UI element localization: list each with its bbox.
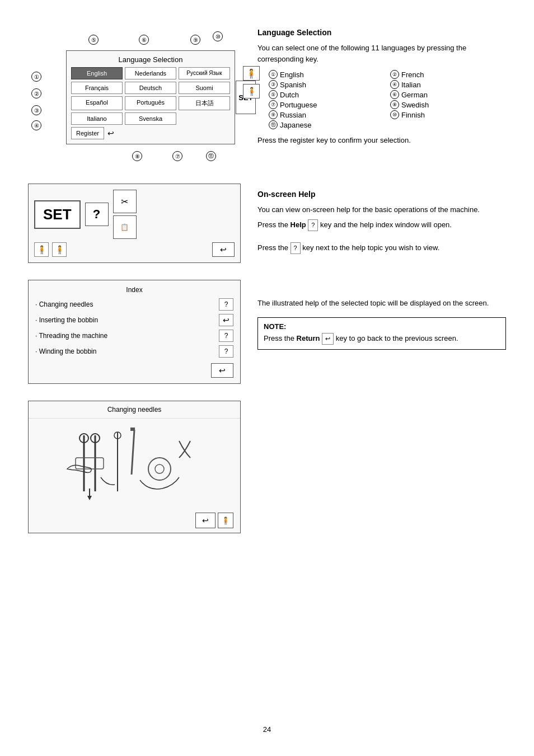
- lang-btn-espanol[interactable]: Español: [71, 96, 123, 110]
- language-description: You can select one of the following 11 l…: [257, 43, 506, 64]
- lang-num-11: ⑪: [269, 120, 278, 129]
- lang-name-2: French: [401, 71, 424, 79]
- svg-point-9: [148, 458, 171, 480]
- lang-num-9: ⑨: [269, 110, 278, 119]
- index-item-label-1: · Changing needles: [35, 300, 219, 308]
- lang-btn-suomi[interactable]: Suomi: [179, 82, 230, 94]
- set-key-big-label: SET: [34, 200, 81, 229]
- lang-item-8: ⑧ Swedish: [390, 100, 506, 109]
- language-selection-screen: Language Selection English Nederlands Ру…: [66, 50, 235, 144]
- lang-num-2: ②: [390, 70, 399, 79]
- index-item-label-3: · Threading the machine: [35, 332, 219, 340]
- lang-btn-japanese[interactable]: 日本語: [179, 96, 230, 110]
- index-list: · Changing needles ? · Inserting the bob…: [35, 298, 233, 358]
- help-key-icon: ?: [308, 219, 318, 231]
- lang-item-9: ⑨ Russian: [269, 110, 385, 119]
- language-section: Language Selection You can select one of…: [257, 28, 506, 151]
- lang-name-8: Swedish: [401, 101, 429, 109]
- lang-item-10: ⑩ Finnish: [390, 110, 506, 119]
- lang-num-5: ⑤: [269, 90, 278, 99]
- index-item-2: · Inserting the bobbin ↩: [35, 314, 233, 326]
- lang-num-7: ⑦: [269, 100, 278, 109]
- lang-item-7: ⑦ Portuguese: [269, 100, 385, 109]
- callout-5: ⑤: [88, 35, 99, 45]
- note-suffix: key to go back to the previous screen.: [336, 334, 458, 342]
- set-key-sub: 🧍 🧍 ↩: [34, 242, 235, 257]
- lang-name-10: Finnish: [401, 111, 425, 119]
- lang-item-11: ⑪ Japanese: [269, 120, 385, 129]
- lang-btn-italiano[interactable]: Italiano: [71, 112, 123, 125]
- index-item-btn-2[interactable]: ↩: [219, 314, 233, 326]
- lang-btn-empty: [179, 112, 230, 125]
- note-box: NOTE: Press the Return ↩ key to go back …: [257, 317, 506, 350]
- person-icon-needles: 🧍: [218, 513, 233, 528]
- needles-return-key: ↩: [195, 513, 216, 528]
- onscreen-help-title: On-screen Help: [257, 190, 506, 199]
- lang-btn-deutsch[interactable]: Deutsch: [125, 82, 176, 94]
- svg-point-10: [155, 464, 164, 473]
- lang-name-11: Japanese: [280, 121, 311, 129]
- svg-marker-12: [87, 496, 92, 500]
- help-instruction1-suffix: key and the help index window will open.: [320, 220, 452, 229]
- lang-num-10: ⑩: [390, 110, 399, 119]
- page-number: 24: [28, 725, 506, 734]
- set-key-diagram: SET ? ✂ 📋 🧍 🧍 ↩: [28, 184, 241, 263]
- page: ① ② ③ ④ ⑤ ⑥ ⑨: [0, 0, 534, 756]
- lang-item-1: ① English: [269, 70, 385, 79]
- help-key-icon2: ?: [291, 242, 301, 254]
- register-instruction: Press the register key to confirm your s…: [257, 135, 506, 146]
- language-list: ① English ② French ③ Spanish ④ Italian: [269, 70, 506, 129]
- needle-svg: [34, 424, 235, 503]
- lang-btn-svenska[interactable]: Svenska: [125, 112, 176, 125]
- note-text: Press the Return ↩ key to go back to the…: [264, 333, 500, 345]
- index-item-btn-4[interactable]: ?: [219, 345, 233, 358]
- return-key-icon: ↩: [212, 242, 235, 257]
- lang-btn-francais[interactable]: Français: [71, 82, 123, 94]
- onscreen-help-section: On-screen Help You can view on-screen he…: [257, 190, 506, 259]
- set-key-row: SET ? ✂ 📋: [34, 190, 235, 239]
- lang-name-1: English: [280, 71, 304, 79]
- callout-4: ④: [31, 120, 41, 130]
- needles-title: Changing needles: [29, 401, 240, 419]
- register-button[interactable]: Register: [71, 127, 104, 139]
- index-item-1: · Changing needles ?: [35, 298, 233, 311]
- lang-item-3: ③ Spanish: [269, 80, 385, 89]
- svg-rect-4: [76, 458, 104, 469]
- copy-icon: 📋: [113, 215, 137, 239]
- callout-6: ⑥: [139, 35, 149, 45]
- callout-1: ①: [31, 72, 41, 82]
- lang-row-4: Italiano Svenska: [71, 112, 230, 125]
- index-item-btn-1[interactable]: ?: [219, 298, 233, 311]
- lang-btn-russian[interactable]: Русский Язык: [179, 67, 230, 79]
- scissors-icon: ✂: [113, 190, 137, 213]
- index-return-key: ↩: [211, 363, 233, 378]
- lang-num-6: ⑥: [390, 90, 399, 99]
- lang-btn-nederlands[interactable]: Nederlands: [125, 67, 176, 79]
- lang-btn-english[interactable]: English: [71, 67, 123, 79]
- callout-10: ⑩: [213, 31, 223, 41]
- lang-num-4: ④: [390, 80, 399, 89]
- lang-num-1: ①: [269, 70, 278, 79]
- lang-name-7: Portuguese: [280, 101, 317, 109]
- needles-description: The illustrated help of the selected top…: [257, 298, 506, 309]
- lang-item-6: ⑥ German: [390, 90, 506, 99]
- person-icon-top: 🧍: [243, 66, 260, 81]
- lang-item-2: ② French: [390, 70, 506, 79]
- lang-name-5: Dutch: [280, 91, 299, 99]
- index-item-4: · Winding the bobbin ?: [35, 345, 233, 358]
- svg-rect-8: [130, 428, 135, 431]
- needles-screen: Changing needles: [28, 401, 241, 533]
- callout-2: ②: [31, 88, 41, 98]
- index-return: ↩: [35, 363, 233, 378]
- lang-item-4: ④ Italian: [390, 80, 506, 89]
- callout-7: ⑦: [172, 151, 182, 161]
- needles-illustration: [29, 419, 240, 508]
- needles-return: ↩ 🧍: [29, 508, 240, 533]
- lang-item-5: ⑤ Dutch: [269, 90, 385, 99]
- index-item-label-4: · Winding the bobbin: [35, 348, 219, 355]
- lang-num-8: ⑧: [390, 100, 399, 109]
- index-item-btn-3[interactable]: ?: [219, 330, 233, 342]
- return-key-with-icon: ↩ 🧍: [195, 513, 233, 528]
- lang-btn-portugues[interactable]: Português: [125, 96, 176, 110]
- screen-title: Language Selection: [71, 55, 230, 64]
